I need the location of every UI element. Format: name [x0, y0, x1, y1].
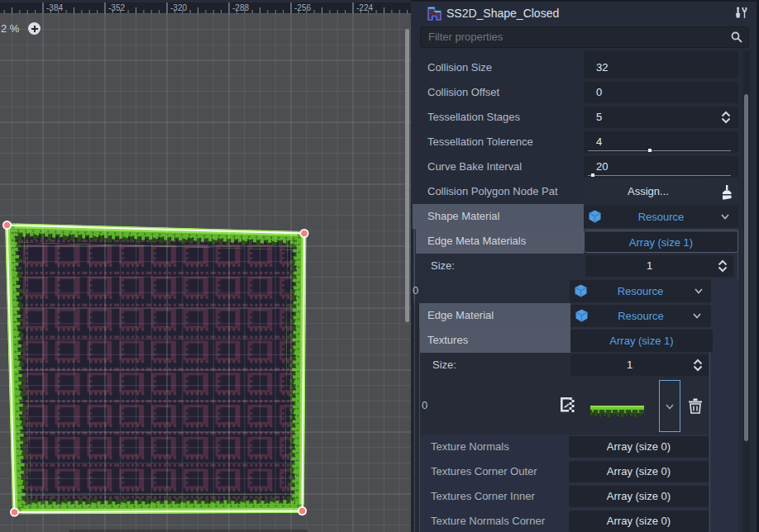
svg-text:-384: -384 [46, 3, 63, 12]
svg-text:-288: -288 [232, 3, 249, 12]
svg-text:-224: -224 [356, 3, 373, 12]
svg-text:-320: -320 [170, 3, 187, 12]
svg-text:-352: -352 [108, 3, 125, 12]
svg-text:-256: -256 [294, 3, 311, 12]
